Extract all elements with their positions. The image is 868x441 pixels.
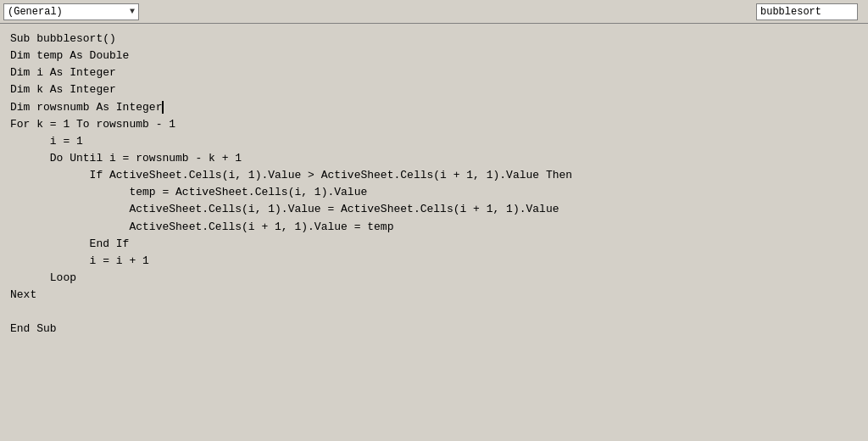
top-bar: (General) ▼ bubblesort: [0, 0, 868, 24]
code-line: Next: [10, 287, 858, 304]
code-line: i = 1: [10, 133, 858, 150]
code-line: i = i + 1: [10, 253, 858, 270]
bubblesort-dropdown[interactable]: bubblesort: [756, 3, 858, 20]
code-line: End If: [10, 236, 858, 253]
bubblesort-dropdown-value: bubblesort: [760, 6, 821, 18]
code-line: Dim temp As Double: [10, 47, 858, 64]
code-line: [10, 304, 858, 321]
code-line: Dim i As Integer: [10, 64, 858, 81]
code-line: Dim rowsnumb As Integer: [10, 99, 858, 116]
code-line: Do Until i = rowsnumb - k + 1: [10, 150, 858, 167]
general-dropdown-value: (General): [8, 6, 63, 18]
code-line: ActiveSheet.Cells(i, 1).Value = ActiveSh…: [10, 201, 858, 218]
code-line: For k = 1 To rowsnumb - 1: [10, 116, 858, 133]
code-line: ActiveSheet.Cells(i + 1, 1).Value = temp: [10, 219, 858, 236]
general-dropdown-arrow: ▼: [130, 7, 135, 16]
code-line: Sub bubblesort(): [10, 31, 858, 47]
text-cursor: [162, 101, 164, 114]
code-line: End Sub: [10, 321, 858, 338]
code-line: Loop: [10, 270, 858, 287]
code-editor[interactable]: Sub bubblesort()Dim temp As DoubleDim i …: [0, 24, 868, 441]
code-line: If ActiveSheet.Cells(i, 1).Value > Activ…: [10, 167, 858, 184]
code-line: Dim k As Integer: [10, 81, 858, 98]
code-line: temp = ActiveSheet.Cells(i, 1).Value: [10, 184, 858, 201]
top-bar-left: (General) ▼: [3, 3, 756, 20]
general-dropdown[interactable]: (General) ▼: [3, 3, 139, 20]
